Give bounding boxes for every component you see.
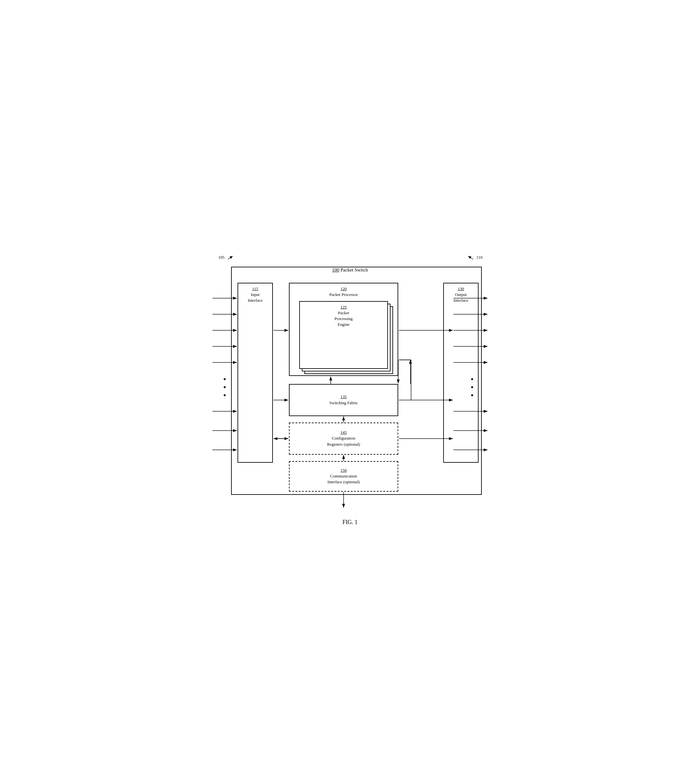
outer-ref: 100 bbox=[332, 267, 339, 273]
label-105: 105 bbox=[218, 255, 236, 261]
switching-fabric-label: 135 Switching Fabric bbox=[329, 394, 358, 406]
svg-point-11 bbox=[224, 386, 226, 388]
packet-processor-label: 120 Packet Processor bbox=[330, 286, 358, 298]
svg-point-10 bbox=[224, 378, 226, 380]
packet-processor-box: 120 Packet Processor 125 Packet Processi… bbox=[289, 283, 398, 376]
ppe-stack: 125 Packet Processing Engine bbox=[299, 301, 388, 369]
svg-point-12 bbox=[224, 394, 226, 396]
page-container: 105 110 bbox=[205, 251, 495, 526]
comm-interface-label: 150 Communication Interface (optional) bbox=[328, 468, 360, 485]
diagram-area: 105 110 bbox=[212, 251, 488, 514]
ppe-front-page: 125 Packet Processing Engine bbox=[299, 301, 388, 369]
switching-fabric-box: 135 Switching Fabric bbox=[289, 384, 398, 416]
label-110: 110 bbox=[465, 255, 482, 261]
outer-label: Packet Switch bbox=[340, 267, 368, 273]
input-interface-box: 115 Input Interface bbox=[238, 283, 273, 463]
config-registers-label: 145 Configuration Registers (optional) bbox=[327, 430, 360, 447]
fig-caption: FIG. 1 bbox=[205, 519, 495, 526]
output-interface-label: 130 Output Interface bbox=[453, 286, 468, 304]
ppe-label: 125 Packet Processing Engine bbox=[335, 304, 353, 328]
comm-interface-box: 150 Communication Interface (optional) bbox=[289, 461, 398, 491]
input-interface-label: 115 Input Interface bbox=[248, 286, 263, 304]
outer-title: 100 Packet Switch bbox=[212, 267, 488, 273]
output-interface-box: 130 Output Interface bbox=[443, 283, 478, 463]
config-registers-box: 145 Configuration Registers (optional) bbox=[289, 423, 398, 455]
